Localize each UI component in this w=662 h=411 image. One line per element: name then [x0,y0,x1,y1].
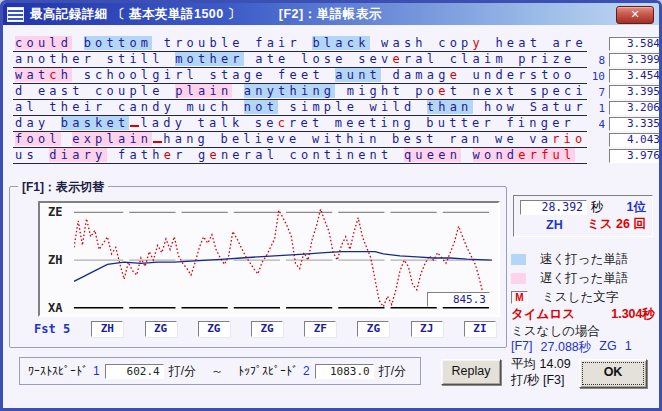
word: diary [49,148,106,162]
no-miss-detail: [F7] 27.088秒 ZG 1 [511,339,657,356]
no-miss-rank: 1 [625,339,632,356]
word: plain [175,84,232,98]
worst-speed-num: 1 [93,364,100,378]
word: best [392,132,438,146]
fst-label: Fst 5 [34,322,70,336]
segment-grade-box: ZG [145,321,177,337]
top-speed-field: 1083.0 [315,364,374,379]
average-speed-line1: 平均 14.09 [511,356,571,373]
segment-grade-row: Fst 5 ZHZGZGZGZFZGZJZI [34,321,496,337]
word: fair [255,36,301,50]
word: butter [426,116,495,130]
word-row: fool explainhang believe within best ran… [13,132,657,148]
time-field: 28.392 [520,200,587,215]
app-window: 最高記録詳細 〔 基本英単語1500 〕[F2]：単語帳表示 ✕ could b… [0,0,662,411]
miss-space-mark [130,122,139,127]
segment-grade-box: ZH [91,321,123,337]
window-title: 最高記録詳細 〔 基本英単語1500 〕[F2]：単語帳表示 [30,6,382,23]
line-words: watch schoolgirl stage feet aunt damage … [13,68,587,84]
top-speed-num: 2 [303,364,310,378]
graph-groupbox-label: [F1]：表示切替 [18,179,108,196]
word-row: watch schoolgirl stage feet aunt damage … [13,68,657,84]
line-miss-count: 4 [587,117,607,132]
speed-graph-panel: 845.3 ZEZHXA [38,201,500,317]
miss-char: r [530,148,541,162]
word: prize [518,52,575,66]
legend-label: 速く打った単語 [540,251,628,268]
word: next [473,84,519,98]
word: couple [95,84,164,98]
word-row: day basketlady talk secret meeting butte… [13,116,657,132]
word: candy [118,100,175,114]
word: basket [61,116,130,130]
line-miss-count: 7 [587,85,607,100]
word: speci [530,84,587,98]
line-miss-count: 8 [587,53,607,68]
time-unit: 秒 [591,199,604,216]
speed-unit: 打/分 [169,363,196,380]
no-miss-time: 27.088秒 [541,339,592,356]
ok-button[interactable]: OK [579,359,647,388]
segment-grade-box: ZG [198,321,230,337]
segment-grade-box: ZG [251,321,283,337]
speed-unit-2: 打/分 [379,363,406,380]
word: queen [404,148,461,162]
word: wonderful [473,148,576,162]
fast-word-swatch [511,254,526,265]
word: mother [175,52,244,66]
line-speed-field: 3.395 [609,85,662,99]
word: Satur [530,100,587,114]
miss-char: e [438,84,449,98]
word: vario [529,132,586,146]
legend-row: 遅く打った単語 [511,269,657,288]
miss-count-label: ミス 26 回 [587,216,646,233]
word: schoolgirl [84,68,198,82]
line-words: day basketlady talk secret meeting butte… [13,116,587,132]
replay-button[interactable]: Replay [441,359,501,385]
word: black [312,36,369,50]
word: d [15,84,26,98]
miss-char: e [209,148,220,162]
slow-word-swatch [511,273,526,284]
segment-grade-box: ZJ [411,321,443,337]
miss-char: c [278,116,289,130]
word: much [187,100,233,114]
word: still [107,52,164,66]
segment-grade-box: ZI [464,321,496,337]
y-axis-label: XA [48,301,72,315]
word: watch [15,68,72,82]
timeloss-label: タイムロス [511,306,575,323]
word: day [15,116,49,130]
word: than [427,100,473,114]
word: meeting [335,116,415,130]
word: trouble [164,36,244,50]
no-miss-key: [F7] [511,339,533,356]
miss-char: e [392,52,403,66]
word-row: us diary father general continent queen … [13,148,657,164]
miss-char: o [575,132,586,146]
word: father [118,148,187,162]
word: poet [415,84,461,98]
segment-grade-box: ZF [304,321,336,337]
word: continent [290,148,393,162]
miss-char: l [564,148,575,162]
rank-label: 1位 [627,199,646,216]
word: believe [220,132,300,146]
record-stats-box: 28.392 秒 1位 ZH ミス 26 回 [513,195,653,237]
miss-space-mark [153,138,162,143]
word: understoo [473,68,576,82]
word: might [347,84,404,98]
close-button[interactable]: ✕ [616,6,654,24]
word: general [198,148,278,162]
title-bar[interactable]: 最高記録詳細 〔 基本英単語1500 〕[F2]：単語帳表示 ✕ [3,3,659,25]
word: wild [370,100,416,114]
word-row: d east couple plain anything might poet … [13,84,657,100]
legend-row: Mミスした文字 [511,288,657,307]
word: heat [495,36,541,50]
miss-char-swatch: M [511,291,528,304]
miss-char: e [518,148,529,162]
word-row: al their candy much not simple wild than… [13,100,657,116]
miss-char: y [473,36,484,50]
word: how [484,100,518,114]
line-speed-field: 3.399 [609,53,662,67]
